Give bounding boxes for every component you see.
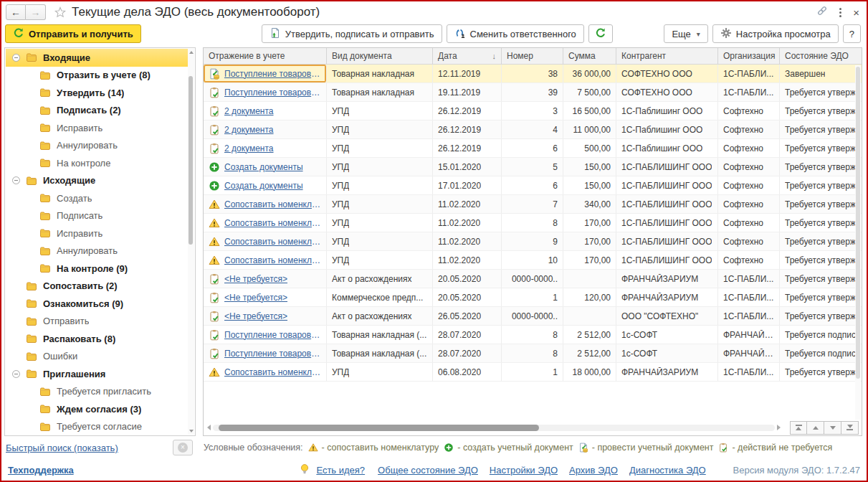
sidebar-scrollbar[interactable] bbox=[188, 49, 194, 435]
footer-link[interactable]: Диагностика ЭДО bbox=[629, 465, 706, 476]
sidebar-item[interactable]: Отправить bbox=[6, 313, 188, 331]
document-link[interactable]: <Не требуется> bbox=[224, 311, 287, 321]
refresh-button[interactable] bbox=[588, 24, 613, 43]
column-header[interactable]: Номер bbox=[502, 48, 563, 64]
column-header[interactable]: Отражение в учете bbox=[204, 48, 327, 64]
grid-vscroll-thumb[interactable] bbox=[856, 67, 860, 379]
more-button[interactable]: Еще ▾ bbox=[664, 24, 707, 43]
sidebar-item[interactable]: Подписать bbox=[6, 207, 188, 225]
grid-vertical-scrollbar[interactable] bbox=[855, 65, 861, 420]
sidebar-item[interactable]: Аннулировать bbox=[6, 137, 188, 155]
favorite-button[interactable] bbox=[54, 6, 66, 18]
column-header[interactable]: Сумма bbox=[563, 48, 616, 64]
clear-search-button[interactable]: × bbox=[173, 440, 193, 455]
go-first-button[interactable] bbox=[790, 421, 807, 435]
sidebar-item[interactable]: Исправить bbox=[6, 225, 188, 242]
sidebar-item[interactable]: Требуется пригласить bbox=[6, 383, 188, 401]
table-row[interactable]: Поступление товаров 00РТ-...Товарная нак… bbox=[204, 65, 862, 83]
table-row[interactable]: <Не требуется>Коммерческое предп...20.05… bbox=[204, 288, 862, 307]
document-link[interactable]: 2 документа bbox=[224, 143, 274, 153]
table-row[interactable]: Сопоставить номенклатуруУПД11.02.2020101… bbox=[204, 251, 862, 270]
collapse-icon[interactable] bbox=[12, 54, 20, 62]
sidebar-item[interactable]: Распаковать (8) bbox=[6, 330, 188, 348]
sidebar-item[interactable]: Входящие bbox=[6, 49, 188, 67]
document-link[interactable]: Поступление товаров 00РТ-... bbox=[224, 69, 321, 79]
forward-button[interactable]: → bbox=[26, 4, 46, 20]
document-link[interactable]: Сопоставить номенклатуру bbox=[224, 237, 321, 247]
table-row[interactable]: Поступление товаров 00РТ-...Товарная нак… bbox=[204, 83, 862, 102]
sidebar-item[interactable]: Подписать (2) bbox=[6, 102, 188, 120]
column-header[interactable]: Контрагент bbox=[616, 48, 718, 64]
table-row[interactable]: Создать документыУПД17.01.20206150,001С-… bbox=[204, 176, 862, 195]
footer-link[interactable]: Архив ЭДО bbox=[569, 465, 618, 476]
table-row[interactable]: Создать документыУПД15.01.20205150,001С-… bbox=[204, 158, 862, 176]
sidebar-item[interactable]: Сопоставить (2) bbox=[6, 278, 188, 296]
close-button[interactable]: × bbox=[853, 7, 859, 18]
sidebar-item[interactable]: Исходящие bbox=[6, 172, 188, 190]
sidebar-item[interactable]: Аннулировать bbox=[6, 242, 188, 260]
go-next-button[interactable] bbox=[824, 421, 841, 435]
document-link[interactable]: Поступление товаров 00РТ-... bbox=[224, 330, 321, 340]
go-previous-button[interactable] bbox=[807, 421, 824, 435]
table-row[interactable]: Поступление товаров 00РТ-...Товарная нак… bbox=[204, 344, 862, 363]
table-row[interactable]: Сопоставить номенклатуруУПД11.02.2020817… bbox=[204, 214, 862, 232]
collapse-icon[interactable] bbox=[12, 176, 20, 184]
table-row[interactable]: 2 документаУПД26.12.20196500,001С-Паблиш… bbox=[204, 139, 862, 158]
document-link[interactable]: Сопоставить номенклатуру bbox=[224, 199, 321, 209]
sidebar-scroll-thumb[interactable] bbox=[189, 76, 193, 245]
footer-link[interactable]: Настройки ЭДО bbox=[490, 465, 558, 476]
table-row[interactable]: Сопоставить номенклатуруУПД11.02.2020917… bbox=[204, 232, 862, 251]
get-link-button[interactable] bbox=[816, 5, 828, 19]
document-link[interactable]: <Не требуется> bbox=[224, 274, 287, 284]
sidebar-item[interactable]: На контроле (9) bbox=[6, 260, 188, 278]
view-settings-button[interactable]: Настройка просмотра bbox=[712, 24, 839, 43]
kebab-menu-button[interactable] bbox=[838, 6, 843, 19]
scroll-down-icon[interactable] bbox=[189, 430, 194, 433]
help-button[interactable]: ? bbox=[843, 24, 861, 43]
footer-link[interactable]: Общее состояние ЭДО bbox=[378, 465, 478, 476]
table-row[interactable]: <Не требуется>Акт о расхождениях26.05.20… bbox=[204, 307, 862, 326]
document-link[interactable]: 2 документа bbox=[224, 106, 274, 116]
column-header[interactable]: Вид документа bbox=[327, 48, 433, 64]
document-link[interactable]: Сопоставить номенклатуру bbox=[224, 367, 321, 377]
document-link[interactable]: Сопоставить номенклатуру bbox=[224, 218, 321, 228]
approve-sign-send-button[interactable]: Утвердить, подписать и отправить bbox=[262, 24, 442, 43]
scroll-up-icon[interactable] bbox=[189, 51, 194, 54]
column-header[interactable]: Организация bbox=[718, 48, 780, 64]
collapse-icon[interactable] bbox=[12, 370, 20, 378]
column-header[interactable]: Дата↓ bbox=[433, 48, 502, 64]
document-link[interactable]: Поступление товаров 00РТ-... bbox=[224, 349, 321, 359]
hscroll-thumb[interactable] bbox=[219, 425, 539, 431]
scroll-right-icon[interactable] bbox=[777, 425, 781, 430]
table-row[interactable]: Сопоставить номенклатуруУПД06.08.2020118… bbox=[204, 363, 862, 382]
idea-link[interactable]: Есть идея? bbox=[316, 465, 365, 476]
table-row[interactable]: Сопоставить номенклатуруУПД11.02.2020734… bbox=[204, 195, 862, 214]
sidebar-item[interactable]: Ошибки bbox=[6, 348, 188, 366]
sidebar-item[interactable]: Требуется согласие bbox=[6, 418, 188, 436]
document-link[interactable]: Создать документы bbox=[224, 162, 303, 172]
sidebar-item[interactable]: Утвердить (14) bbox=[6, 84, 188, 102]
sidebar-item[interactable]: Приглашения bbox=[6, 365, 188, 383]
sidebar-item[interactable]: Создать bbox=[6, 189, 188, 207]
table-row[interactable]: <Не требуется>Акт о расхождениях20.05.20… bbox=[204, 270, 862, 288]
document-link[interactable]: 2 документа bbox=[224, 125, 274, 135]
quick-search-link[interactable]: Быстрый поиск (показать) bbox=[6, 443, 118, 453]
hscroll-track[interactable] bbox=[213, 425, 775, 431]
document-link[interactable]: Создать документы bbox=[224, 181, 303, 191]
document-link[interactable]: Поступление товаров 00РТ-... bbox=[224, 88, 321, 98]
back-button[interactable]: ← bbox=[6, 4, 26, 20]
send-receive-button[interactable]: Отправить и получить bbox=[5, 24, 141, 43]
sidebar-item[interactable]: Отразить в учете (8) bbox=[6, 67, 188, 85]
table-row[interactable]: 2 документаУПД26.12.2019411 000,001С-Паб… bbox=[204, 120, 862, 139]
go-last-button[interactable] bbox=[841, 421, 859, 435]
change-responsible-button[interactable]: Сменить ответственного bbox=[447, 24, 584, 43]
sidebar-item[interactable]: На контроле bbox=[6, 154, 188, 172]
sidebar-item[interactable]: Исправить bbox=[6, 119, 188, 137]
sidebar-item[interactable]: Ознакомиться (9) bbox=[6, 295, 188, 313]
document-link[interactable]: Сопоставить номенклатуру bbox=[224, 255, 321, 265]
scroll-left-icon[interactable] bbox=[207, 425, 211, 430]
support-link[interactable]: Техподдержка bbox=[8, 465, 74, 476]
table-row[interactable]: 2 документаУПД26.12.2019316 500,001С-Паб… bbox=[204, 102, 862, 120]
column-header[interactable]: Состояние ЭДО bbox=[780, 48, 862, 64]
sidebar-item[interactable]: Ждем согласия (3) bbox=[6, 400, 188, 418]
